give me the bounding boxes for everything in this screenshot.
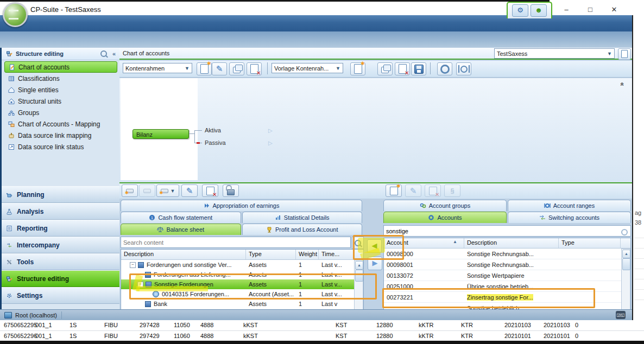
user-list-icon[interactable]: ☻ <box>531 4 547 17</box>
background-cell: 001_1 <box>35 322 52 328</box>
background-cell: 297428 <box>140 322 160 328</box>
background-gridline <box>634 279 644 279</box>
tree-node-aktiva[interactable]: Aktiva <box>205 127 221 133</box>
tab-cash-flow-statement[interactable]: 1Cash flow statement <box>121 212 241 223</box>
expand-triangle-icon[interactable]: ▷ <box>268 140 273 146</box>
edit-node-button[interactable]: ✎ <box>181 184 198 197</box>
tree-node-bilanz[interactable]: Bilanz <box>132 129 189 139</box>
scroll-up-icon[interactable]: ▲ <box>622 250 630 258</box>
tab-switching-accounts[interactable]: Switching accounts <box>508 212 631 223</box>
new-account-button[interactable] <box>386 184 402 197</box>
right-tabs-row2: AccountsSwitching accounts <box>383 212 631 223</box>
column-header-description[interactable]: Description <box>121 250 246 259</box>
table-row-sonstige-forderungen[interactable]: −Sonstige ForderungenAssets1Last v... <box>121 279 363 289</box>
module-button-tools[interactable]: Tools <box>2 253 120 270</box>
account-circle-button[interactable] <box>437 62 452 75</box>
account-row-00273221[interactable]: 00273221Zinsertrag sonstige For... <box>384 292 630 303</box>
tab-statistical-details[interactable]: Statistical Details <box>242 212 363 223</box>
column-header-type[interactable]: Type <box>559 238 621 248</box>
collapse-minus-icon[interactable] <box>197 142 200 144</box>
search-button[interactable] <box>352 237 364 249</box>
account-range-button[interactable] <box>456 62 471 75</box>
column-header-description[interactable]: Description <box>464 238 559 248</box>
delete-node-button[interactable] <box>202 184 218 197</box>
column-header-time[interactable]: Time... <box>319 250 353 259</box>
module-button-intercompany[interactable]: Intercompany <box>2 237 120 253</box>
column-header-type[interactable]: Type <box>246 250 296 259</box>
tab-balance-sheet[interactable]: Balance sheet <box>121 224 241 235</box>
collapse-sidebar-icon[interactable]: « <box>112 50 116 57</box>
tab-accounts[interactable]: Accounts <box>383 212 507 223</box>
table-row-bank[interactable]: BankAssets1Last v <box>121 299 363 309</box>
module-button-structure-editing[interactable]: Structure editing <box>2 270 120 287</box>
new-chart-button[interactable] <box>197 62 212 75</box>
sidebar-item-data-source-link-status[interactable]: Data source link status <box>2 141 120 152</box>
delete-account-button[interactable] <box>425 184 441 197</box>
new-template-button[interactable] <box>350 62 365 75</box>
save-button[interactable] <box>411 62 426 75</box>
display-mode2-button[interactable] <box>139 184 155 197</box>
link-account-button[interactable]: § <box>444 184 460 197</box>
kontenrahmen-select[interactable]: Kontenrahmen▼ <box>123 63 192 73</box>
copy-template-button[interactable] <box>377 62 393 75</box>
sidebar-item-single-entities[interactable]: Single entities <box>2 84 120 95</box>
tab-appropriation-of-earnings[interactable]: Appropriation of earnings <box>121 200 362 211</box>
sidebar-item-structural-units[interactable]: Structural units <box>2 95 120 107</box>
tab-account-groups[interactable]: Account groups <box>383 200 507 211</box>
minimize-button[interactable]: – <box>558 5 574 15</box>
collapse-panel-icon[interactable]: « <box>619 82 627 86</box>
account-row-00251000[interactable]: 00251000Übrige sonstige betrieb... <box>384 281 630 292</box>
row-description: Bank <box>154 301 167 307</box>
sidebar-item-groups[interactable]: Groups <box>2 107 120 118</box>
module-button-settings[interactable]: Settings <box>2 287 120 304</box>
delete-template-button[interactable] <box>395 62 410 75</box>
display-mode3-button[interactable]: ▼ <box>156 184 179 197</box>
edit-chart-button[interactable]: ✎ <box>212 62 227 75</box>
module-button-reporting[interactable]: Reporting <box>2 220 120 237</box>
account-filter-input[interactable] <box>384 226 630 236</box>
row-cell: Assets <box>246 301 296 307</box>
filter-icon[interactable] <box>621 229 628 235</box>
entity-new-button[interactable] <box>618 48 631 60</box>
scroll-up-icon[interactable]: ▲ <box>355 261 363 270</box>
expand-icon[interactable]: ◲◱ <box>616 311 626 319</box>
tab-account-ranges[interactable]: Account ranges <box>508 200 631 211</box>
tab-profit-and-loss-account[interactable]: Profit and Loss Account <box>242 224 363 235</box>
table-row-forderungen-aus-lieferung[interactable]: Forderungen aus Lieferung...Assets1Last … <box>121 270 363 279</box>
search-content-input[interactable] <box>121 237 350 247</box>
edit-account-button[interactable]: ✎ <box>405 184 421 197</box>
account-row-00133072[interactable]: 00133072Sonstige Wertpapiere <box>384 270 630 281</box>
display-mode-button[interactable] <box>122 184 138 197</box>
sidebar-item-chart-of-accounts[interactable]: Chart of accounts <box>4 61 117 73</box>
account-row-00098000[interactable]: 00098000Sonstige Rechnungsab... <box>384 249 630 259</box>
table-row-forderungen-und-sonstige-ver[interactable]: −Forderungen und sonstige Ver...Assets1L… <box>121 260 363 270</box>
sidebar-item-label: Chart of accounts <box>18 63 70 71</box>
assign-right-arrow-button[interactable]: ▶ <box>368 257 382 270</box>
table-row-00140315-forderungen[interactable]: 00140315 Forderungen...Account (Asset...… <box>121 289 363 299</box>
sidebar-item-data-source-link-mapping[interactable]: Data source link mapping <box>2 130 120 141</box>
sidebar-item-classifications[interactable]: Classifications <box>2 73 120 84</box>
vorlage-select[interactable]: Vorlage Kontenrah...▼ <box>272 63 343 73</box>
account-row-00098001[interactable]: 00098001Sonstige Rechnungsab... <box>384 259 630 270</box>
tree-expander-icon[interactable]: − <box>130 262 136 268</box>
tree-expander-icon[interactable]: − <box>137 282 143 288</box>
sidebar-search-icon[interactable] <box>100 50 107 57</box>
row-cell: Account (Asset... <box>246 291 296 297</box>
entity-select[interactable]: TestSaxess▼ <box>494 48 615 59</box>
copy-chart-button[interactable] <box>229 62 244 75</box>
structure-toolbar: ▼ ✎ ✎ § <box>119 183 632 199</box>
delete-chart-button[interactable] <box>247 62 262 75</box>
maximize-button[interactable]: □ <box>582 5 598 15</box>
chevron-down-icon: ▼ <box>185 66 190 71</box>
module-button-planning[interactable]: Planning <box>2 186 120 203</box>
column-header-weight[interactable]: Weight <box>296 250 319 259</box>
tree-node-passiva[interactable]: Passiva <box>205 139 226 146</box>
module-button-analysis[interactable]: Analysis <box>2 203 120 220</box>
unlock-button[interactable] <box>223 184 239 197</box>
close-button[interactable]: ✕ <box>606 5 622 15</box>
column-header-account[interactable]: Account ▲ <box>384 238 464 248</box>
network-gear-icon[interactable]: ⚙ <box>512 4 528 17</box>
sidebar-item-chart-of-accounts-mapping[interactable]: Chart of Accounts - Mapping <box>2 118 120 130</box>
expand-triangle-icon[interactable]: ▷ <box>268 128 273 133</box>
assign-left-arrow-button[interactable]: ◀ <box>367 239 382 253</box>
